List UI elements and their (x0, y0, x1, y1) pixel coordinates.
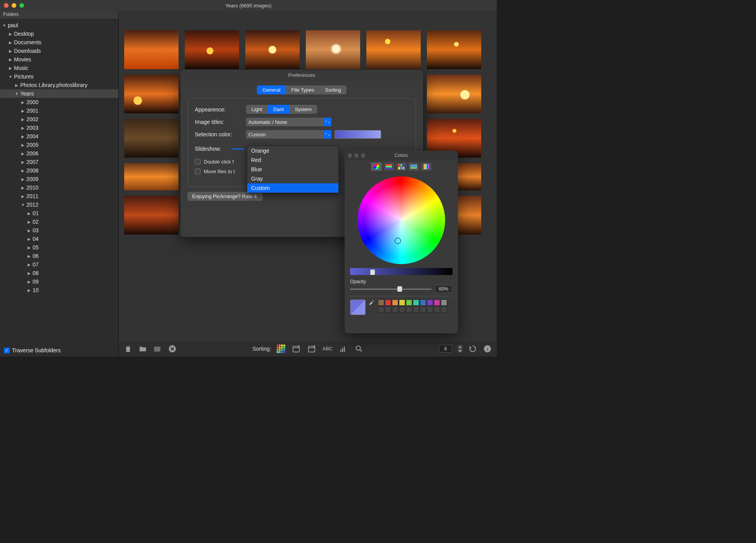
tree-item-month[interactable]: ▶01 (0, 209, 118, 218)
appearance-dark[interactable]: Dark (268, 105, 289, 114)
thumbnail[interactable] (245, 30, 300, 69)
rate-button[interactable]: Enjoying PicArrange? Rate it. (187, 192, 263, 201)
color-pencils-tab-icon[interactable] (421, 162, 432, 171)
tree-item-month[interactable]: ▶03 (0, 226, 118, 235)
color-swatch[interactable] (441, 306, 447, 313)
color-swatch[interactable] (385, 306, 391, 313)
tree-item-music[interactable]: ▶Music (0, 64, 118, 72)
slideshow-slider[interactable] (232, 148, 244, 150)
tree-item-year[interactable]: ▶2008 (0, 166, 118, 175)
tab-filetypes[interactable]: File Types (286, 85, 320, 94)
current-color-swatch[interactable] (350, 299, 366, 315)
color-swatch[interactable] (427, 299, 433, 306)
appearance-system[interactable]: System (290, 105, 317, 114)
tree-item-downloads[interactable]: ▶Downloads (0, 47, 118, 55)
color-swatch[interactable] (413, 306, 419, 313)
color-wheel[interactable] (357, 176, 445, 264)
tree-item-year[interactable]: ▶2010 (0, 183, 118, 192)
color-swatch[interactable] (413, 299, 419, 306)
thumbnail[interactable] (124, 30, 179, 69)
slider-knob[interactable] (370, 270, 375, 275)
color-swatch[interactable] (420, 306, 426, 313)
tab-general[interactable]: General (257, 85, 286, 94)
tree-item-month[interactable]: ▶02 (0, 218, 118, 226)
thumbnail[interactable] (366, 30, 421, 69)
thumbnail[interactable] (427, 75, 481, 113)
color-wheel-tab-icon[interactable] (371, 162, 382, 171)
opacity-slider[interactable] (350, 289, 432, 290)
tree-item-year[interactable]: ▶2011 (0, 192, 118, 200)
traverse-subfolders-checkbox[interactable]: ✓ Traverse Subfolders (4, 347, 61, 353)
movefiles-checkbox[interactable] (195, 169, 201, 174)
sort-by-date-asc-icon[interactable] (307, 344, 316, 353)
color-swatch[interactable] (378, 306, 384, 313)
tree-item-year-2012[interactable]: ▼2012 (0, 200, 118, 209)
cancel-icon[interactable] (168, 344, 177, 353)
tree-item-year[interactable]: ▶2007 (0, 158, 118, 166)
tree-item-year[interactable]: ▶2003 (0, 124, 118, 132)
tree-item-year[interactable]: ▶2000 (0, 98, 118, 106)
stack-icon[interactable] (153, 344, 162, 353)
dropdown-option-red[interactable]: Red (247, 155, 338, 165)
dropdown-option-orange[interactable]: Orange (247, 146, 338, 155)
brightness-slider[interactable] (350, 268, 453, 275)
thumbnail[interactable] (124, 196, 179, 235)
color-swatch[interactable] (406, 306, 412, 313)
sort-by-size-icon[interactable] (339, 344, 348, 353)
tree-item-year[interactable]: ▶2001 (0, 106, 118, 115)
doubleclick-checkbox[interactable] (195, 159, 201, 165)
color-swatch[interactable] (392, 299, 398, 306)
folder-icon[interactable] (138, 344, 147, 353)
color-swatch[interactable] (399, 306, 405, 313)
slider-knob[interactable] (397, 286, 402, 292)
sort-by-name-icon[interactable]: ABC (323, 344, 333, 353)
selection-color-dropdown[interactable]: Custom ⌃⌄ (246, 130, 331, 139)
thumbnail[interactable] (427, 30, 481, 69)
tree-item-month[interactable]: ▶08 (0, 269, 118, 277)
info-icon[interactable]: i (483, 344, 492, 353)
search-icon[interactable] (354, 344, 364, 353)
color-swatch[interactable] (378, 299, 384, 306)
opacity-value[interactable]: 60% (435, 285, 453, 293)
image-titles-dropdown[interactable]: Automatic / None ⌃⌄ (246, 118, 331, 126)
color-swatch[interactable] (420, 299, 426, 306)
tree-item-month[interactable]: ▶07 (0, 260, 118, 269)
selection-color-well[interactable] (335, 130, 381, 139)
tree-item-photoslib[interactable]: ▶Photos Library.photoslibrary (0, 81, 118, 89)
tab-sorting[interactable]: Sorting (320, 85, 347, 94)
thumbnail[interactable] (124, 119, 179, 158)
dropdown-option-custom[interactable]: Custom (247, 183, 338, 193)
tree-item-year[interactable]: ▶2006 (0, 149, 118, 158)
color-swatch[interactable] (427, 306, 433, 313)
thumbnail[interactable] (306, 30, 360, 69)
tree-item-year[interactable]: ▶2002 (0, 115, 118, 124)
sort-by-color-icon[interactable] (277, 345, 285, 353)
trash-icon[interactable] (123, 344, 133, 353)
tree-item-year[interactable]: ▶2009 (0, 175, 118, 183)
thumbnail[interactable] (185, 30, 239, 69)
tree-item-month[interactable]: ▶09 (0, 277, 118, 286)
tree-item-month[interactable]: ▶04 (0, 235, 118, 243)
dropdown-option-gray[interactable]: Gray (247, 174, 338, 183)
tree-item-month[interactable]: ▶06 (0, 252, 118, 260)
color-swatch[interactable] (385, 299, 391, 306)
color-image-tab-icon[interactable] (408, 162, 419, 171)
sort-by-date-desc-icon[interactable] (291, 344, 301, 353)
eyedropper-icon[interactable] (369, 299, 375, 306)
tree-item-documents[interactable]: ▶Documents (0, 38, 118, 47)
tree-item-years[interactable]: ▼Years (0, 89, 118, 98)
color-swatch[interactable] (399, 299, 405, 306)
refresh-icon[interactable] (468, 344, 477, 353)
color-swatch[interactable] (434, 306, 440, 313)
appearance-light[interactable]: Light (246, 105, 268, 114)
thumbnail[interactable] (124, 163, 179, 190)
color-palette-tab-icon[interactable] (396, 162, 407, 171)
columns-stepper[interactable]: ▲▼ (458, 345, 463, 353)
tree-item-pictures[interactable]: ▼Pictures (0, 72, 118, 81)
color-sliders-tab-icon[interactable] (383, 162, 394, 171)
thumbnail[interactable] (124, 75, 179, 113)
columns-field[interactable] (439, 345, 452, 353)
color-swatch[interactable] (392, 306, 398, 313)
tree-root[interactable]: ▼paul (0, 21, 118, 30)
tree-item-month[interactable]: ▶10 (0, 286, 118, 294)
